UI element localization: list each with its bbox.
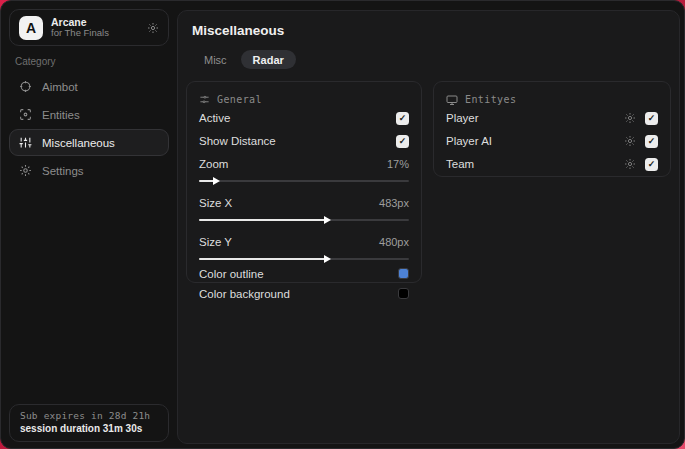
size-x-slider[interactable]: [199, 215, 409, 224]
sidebar-item-settings[interactable]: Settings: [9, 157, 169, 184]
setting-row-active: Active: [199, 107, 409, 129]
setting-label: Size X: [199, 197, 232, 209]
setting-row-show-distance: Show Distance: [199, 130, 409, 152]
show-distance-checkbox[interactable]: [396, 135, 409, 148]
category-label: Category: [15, 56, 56, 67]
tab-bar: Misc Radar: [192, 50, 296, 69]
team-checkbox[interactable]: [645, 158, 658, 171]
tab-misc[interactable]: Misc: [192, 50, 239, 69]
size-x-value: 483px: [379, 197, 409, 209]
general-header-label: General: [217, 94, 262, 105]
size-y-slider[interactable]: [199, 254, 409, 263]
tab-radar[interactable]: Radar: [241, 50, 296, 69]
setting-label: Color outline: [199, 268, 264, 280]
slider-track: [199, 180, 409, 182]
page-title: Miscellaneous: [192, 23, 284, 38]
gear-icon[interactable]: [624, 112, 636, 124]
setting-row-zoom: Zoom 17%: [199, 153, 409, 175]
entities-header-label: Entityes: [465, 94, 516, 105]
monitor-icon: [446, 94, 458, 106]
app-window: A Arcane for The Finals Category: [0, 0, 685, 449]
zoom-value: 17%: [387, 158, 409, 170]
entity-row-player: Player: [446, 107, 658, 129]
gear-icon[interactable]: [624, 158, 636, 170]
sliders-horizontal-icon: [199, 94, 210, 105]
slider-thumb[interactable]: [199, 180, 214, 182]
setting-label: Size Y: [199, 236, 232, 248]
setting-row-size-y: Size Y 480px: [199, 231, 409, 253]
crosshair-icon: [19, 80, 32, 93]
general-card: General Active Show Distance Zoom 17% Si…: [186, 81, 422, 283]
sidebar-item-label: Aimbot: [42, 81, 78, 93]
color-outline-swatch[interactable]: [398, 268, 409, 279]
scan-icon: [19, 108, 32, 121]
slider-thumb[interactable]: [199, 258, 325, 260]
slider-thumb[interactable]: [199, 219, 325, 221]
gear-icon: [19, 164, 32, 177]
entity-label: Player AI: [446, 135, 492, 147]
sidebar-item-label: Miscellaneous: [42, 137, 115, 149]
gear-icon[interactable]: [147, 22, 159, 34]
sidebar-item-aimbot[interactable]: Aimbot: [9, 73, 169, 100]
sidebar-item-entities[interactable]: Entities: [9, 101, 169, 128]
color-background-swatch[interactable]: [398, 288, 409, 299]
setting-label: Show Distance: [199, 135, 276, 147]
player-ai-checkbox[interactable]: [645, 135, 658, 148]
entity-label: Team: [446, 158, 474, 170]
setting-row-size-x: Size X 483px: [199, 192, 409, 214]
entities-card-header: Entityes: [446, 93, 658, 106]
setting-row-color-background: Color background: [199, 284, 409, 303]
sub-expires-text: Sub expires in 28d 21h: [20, 410, 158, 421]
entity-label: Player: [446, 112, 479, 124]
entity-row-player-ai: Player AI: [446, 130, 658, 152]
session-duration-text: session duration 31m 30s: [20, 423, 158, 434]
app-subtitle: for The Finals: [51, 28, 139, 39]
sliders-icon: [19, 136, 32, 149]
sidebar-item-label: Entities: [42, 109, 80, 121]
entity-row-team: Team: [446, 153, 658, 175]
app-logo: A: [19, 16, 43, 40]
entities-card: Entityes Player Player AI: [433, 81, 671, 177]
app-meta: Arcane for The Finals: [51, 16, 139, 39]
zoom-slider[interactable]: [199, 176, 409, 185]
sidebar-item-miscellaneous[interactable]: Miscellaneous: [9, 129, 169, 156]
sidebar: A Arcane for The Finals Category: [1, 1, 177, 448]
main-panel: Miscellaneous Misc Radar General Active …: [177, 10, 680, 444]
setting-label: Active: [199, 112, 230, 124]
gear-icon[interactable]: [624, 135, 636, 147]
sidebar-item-label: Settings: [42, 165, 84, 177]
setting-label: Zoom: [199, 158, 228, 170]
active-checkbox[interactable]: [396, 112, 409, 125]
setting-label: Color background: [199, 288, 290, 300]
sidebar-nav: Aimbot Entities Miscella: [9, 73, 169, 185]
size-y-value: 480px: [379, 236, 409, 248]
setting-row-color-outline: Color outline: [199, 264, 409, 283]
subscription-card: Sub expires in 28d 21h session duration …: [9, 404, 169, 442]
player-checkbox[interactable]: [645, 112, 658, 125]
general-card-header: General: [199, 93, 409, 106]
app-header-card: A Arcane for The Finals: [9, 9, 169, 46]
